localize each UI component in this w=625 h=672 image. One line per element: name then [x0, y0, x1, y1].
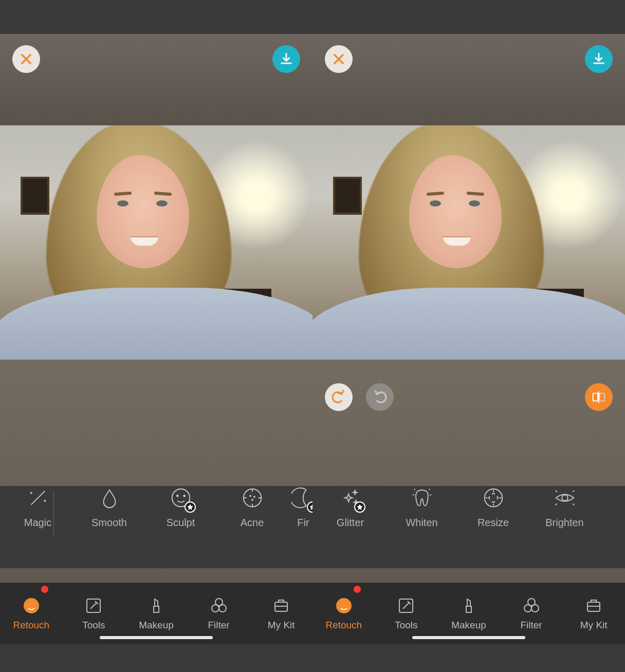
- tab-makeup[interactable]: Makeup: [125, 583, 188, 644]
- resize-icon: [482, 486, 505, 510]
- tool-magic[interactable]: Magic: [2, 486, 73, 529]
- comparison-stage: Magic Smooth Sculpt Acne: [0, 0, 625, 672]
- redo-button[interactable]: [366, 383, 394, 411]
- tool-resize[interactable]: Resize: [457, 486, 529, 529]
- tool-label: Brighten: [545, 517, 584, 529]
- tab-label: Filter: [520, 620, 542, 631]
- tool-label: Smooth: [91, 517, 127, 529]
- tool-sculpt[interactable]: Sculpt: [145, 486, 216, 529]
- svg-point-12: [212, 605, 219, 612]
- retouch-tool-strip: Magic Smooth Sculpt Acne: [0, 486, 312, 568]
- svg-rect-16: [600, 394, 604, 401]
- kit-icon: [584, 596, 603, 615]
- tool-acne[interactable]: Acne: [216, 486, 288, 529]
- shirt-shape: [0, 288, 312, 360]
- tool-label: Magic: [24, 517, 51, 529]
- circles-icon: [522, 596, 541, 615]
- svg-point-19: [336, 598, 352, 613]
- shirt-shape: [312, 288, 625, 360]
- kit-icon: [271, 596, 291, 615]
- bottom-tab-bar: Retouch Tools Makeup Filter My Kit: [312, 583, 625, 644]
- circles-icon: [209, 596, 229, 615]
- home-indicator: [412, 636, 525, 639]
- compare-icon: [591, 389, 606, 405]
- download-button[interactable]: [585, 45, 613, 73]
- premium-badge: [354, 501, 365, 513]
- svg-point-9: [33, 604, 34, 606]
- bottom-tab-bar: Retouch Tools Makeup Filter My Kit: [0, 583, 312, 644]
- tab-label: Tools: [395, 620, 417, 631]
- close-button[interactable]: [12, 45, 40, 73]
- target-icon: [241, 486, 264, 510]
- tab-tools[interactable]: Tools: [63, 583, 125, 644]
- compare-button[interactable]: [585, 383, 613, 411]
- face-tab-icon: [334, 596, 354, 615]
- pencil-tab-icon: [84, 596, 103, 615]
- svg-point-2: [183, 495, 185, 497]
- tab-label: Filter: [208, 620, 229, 631]
- svg-point-6: [252, 499, 253, 500]
- download-icon: [592, 52, 606, 66]
- tab-label: My Kit: [268, 620, 295, 631]
- eye: [430, 200, 441, 207]
- top-bar: [0, 34, 312, 90]
- tab-label: Retouch: [13, 620, 49, 631]
- tool-glitter[interactable]: Glitter: [315, 486, 386, 529]
- mouth: [443, 236, 471, 246]
- retouch-tool-strip: Glitter Whiten Resize Brighten: [312, 486, 625, 568]
- notification-dot: [354, 586, 361, 593]
- eye: [156, 200, 168, 207]
- svg-point-8: [28, 604, 29, 606]
- download-icon: [279, 52, 293, 66]
- history-row: [312, 383, 625, 419]
- drop-icon: [98, 486, 121, 510]
- tool-brighten[interactable]: Brighten: [529, 486, 600, 529]
- tab-retouch[interactable]: Retouch: [312, 583, 375, 644]
- svg-point-4: [250, 495, 251, 496]
- tab-mykit[interactable]: My Kit: [250, 583, 312, 644]
- tab-filter[interactable]: Filter: [500, 583, 563, 644]
- svg-point-24: [524, 605, 531, 612]
- svg-point-20: [340, 604, 342, 606]
- download-button[interactable]: [272, 45, 300, 73]
- tab-label: Makeup: [139, 620, 174, 631]
- redo-icon: [372, 389, 388, 405]
- tool-label: Glitter: [337, 517, 364, 529]
- tab-label: Tools: [82, 620, 105, 631]
- tool-label: Whiten: [406, 517, 437, 529]
- mouth: [131, 236, 158, 246]
- tooth-icon: [410, 486, 434, 510]
- photo-before: [0, 125, 312, 360]
- right-screenshot: Glitter Whiten Resize Brighten Retouch: [312, 34, 625, 644]
- tool-whiten[interactable]: Whiten: [386, 486, 457, 529]
- close-button[interactable]: [325, 45, 353, 73]
- eye-icon: [553, 486, 577, 510]
- wand-icon: [26, 486, 50, 510]
- brow: [154, 192, 172, 196]
- eye: [117, 200, 128, 207]
- undo-button[interactable]: [325, 383, 353, 411]
- tool-label: Sculpt: [167, 517, 195, 529]
- svg-point-21: [345, 604, 347, 606]
- tab-tools[interactable]: Tools: [375, 583, 438, 644]
- tool-divider: [53, 490, 54, 537]
- home-indicator: [100, 636, 213, 639]
- close-icon: [19, 52, 33, 66]
- photo-after: [312, 125, 625, 360]
- lipstick-icon: [459, 596, 479, 615]
- tab-retouch[interactable]: Retouch: [0, 583, 63, 644]
- brow: [467, 192, 484, 196]
- svg-point-25: [531, 605, 539, 612]
- svg-point-1: [176, 495, 178, 497]
- tab-filter[interactable]: Filter: [188, 583, 250, 644]
- brow: [427, 192, 444, 196]
- svg-point-18: [562, 495, 568, 501]
- tab-mykit[interactable]: My Kit: [562, 583, 625, 644]
- tab-makeup[interactable]: Makeup: [437, 583, 500, 644]
- tool-label: Acne: [241, 517, 264, 529]
- undo-icon: [331, 389, 346, 405]
- lipstick-icon: [146, 596, 166, 615]
- top-bar: [312, 34, 625, 90]
- tool-smooth[interactable]: Smooth: [73, 486, 145, 529]
- svg-rect-15: [593, 394, 598, 401]
